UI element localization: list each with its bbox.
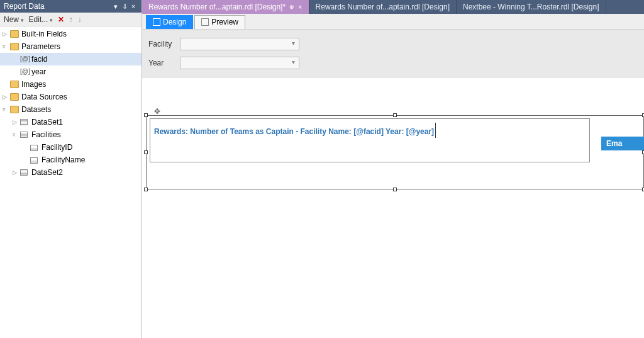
move-down-icon[interactable]: ↓ (78, 15, 82, 24)
folder-icon (10, 43, 19, 50)
tab-design[interactable]: Design (146, 15, 193, 29)
panel-close-icon[interactable]: × (129, 3, 138, 10)
tree-dataset1[interactable]: ▷DataSet1 (0, 116, 142, 128)
dataset-icon (20, 169, 29, 176)
tree-data-sources[interactable]: ▷Data Sources (0, 91, 142, 103)
tree-facilityid[interactable]: ·FacilityID (0, 141, 142, 154)
pin-icon[interactable]: ⊕ (289, 4, 294, 10)
panel-menu-icon[interactable]: ▾ (111, 3, 120, 11)
folder-icon (10, 93, 19, 101)
tree-param-facid[interactable]: ·[@]facid (0, 53, 142, 65)
doc-tab-2[interactable]: Rewards Number of...aptain.rdl [Design] (309, 0, 457, 14)
param-year-label: Year (148, 59, 180, 67)
panel-toolbar: New Edit... ✕ ↑ ↓ (0, 13, 142, 26)
folder-icon (10, 30, 19, 38)
mode-tabs: Design Preview (142, 14, 644, 30)
tree-facilityname[interactable]: ·FacilityName (0, 154, 142, 166)
design-icon (153, 18, 160, 26)
column-header-strip[interactable]: Ema (601, 137, 644, 150)
preview-icon (201, 18, 209, 26)
panel-pin-icon[interactable]: ⇩ (120, 3, 129, 11)
new-button[interactable]: New (4, 15, 24, 24)
panel-title-bar: Report Data ▾ ⇩ × (0, 0, 142, 13)
editor-area: Rewards Number of...aptain.rdl [Design]*… (142, 0, 644, 338)
param-year-combo[interactable] (180, 57, 299, 69)
tree-images[interactable]: ·Images (0, 78, 142, 91)
tree-datasets[interactable]: ▿Datasets (0, 103, 142, 116)
param-facility-label: Facility (148, 40, 180, 48)
edit-button[interactable]: Edit... (29, 15, 53, 24)
dataset-icon (20, 119, 29, 125)
move-up-icon[interactable]: ↑ (69, 15, 73, 24)
field-icon (30, 144, 39, 150)
folder-icon (10, 106, 19, 113)
tree-param-year[interactable]: ·[@]year (0, 65, 142, 78)
text-caret (435, 123, 436, 138)
tree-view[interactable]: ▷Built-in Fields ▿Parameters ·[@]facid ·… (0, 26, 142, 338)
param-icon: [@] (20, 55, 29, 63)
doc-tab-3[interactable]: Nextbee - Winning T...Roster.rdl [Design… (457, 0, 606, 14)
parameter-bar: Facility Year (142, 30, 644, 77)
tree-parameters[interactable]: ▿Parameters (0, 40, 142, 53)
tree-builtin-fields[interactable]: ▷Built-in Fields (0, 28, 142, 40)
delete-button[interactable]: ✕ (58, 15, 64, 24)
param-icon: [@] (20, 68, 29, 76)
param-facility-combo[interactable] (180, 38, 299, 50)
panel-title: Report Data (4, 2, 45, 11)
doc-tab-1[interactable]: Rewards Number of...aptain.rdl [Design]*… (142, 0, 309, 14)
tree-facilities[interactable]: ▿Facilities (0, 128, 142, 141)
design-surface[interactable]: ✥ Rewards: Number of Teams as Captain - … (142, 77, 644, 338)
report-title-text: Rewards: Number of Teams as Captain - Fa… (154, 127, 434, 136)
tab-preview[interactable]: Preview (194, 15, 245, 29)
report-title-textbox[interactable]: Rewards: Number of Teams as Captain - Fa… (150, 118, 590, 162)
close-icon[interactable]: × (298, 3, 302, 11)
dataset-icon (20, 132, 29, 138)
document-tabs: Rewards Number of...aptain.rdl [Design]*… (142, 0, 644, 14)
folder-icon (10, 81, 19, 88)
tree-dataset2[interactable]: ▷DataSet2 (0, 166, 142, 179)
move-handle-icon[interactable]: ✥ (154, 107, 160, 116)
field-icon (30, 157, 39, 163)
report-data-panel: Report Data ▾ ⇩ × New Edit... ✕ ↑ ↓ ▷Bui… (0, 0, 142, 338)
